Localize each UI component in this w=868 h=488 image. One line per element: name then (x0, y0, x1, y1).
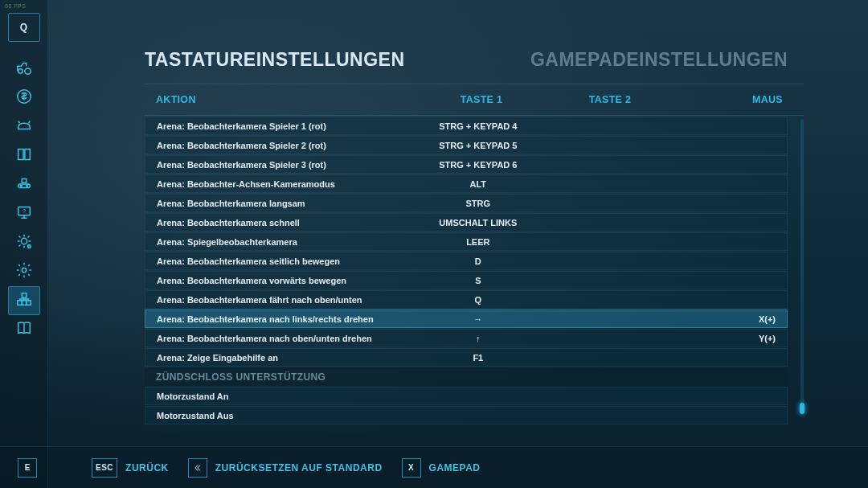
binding-key1[interactable]: STRG + KEYPAD 6 (411, 160, 546, 170)
binding-action: Arena: Beobachterkamera schnell (157, 218, 411, 228)
binding-action: Arena: Beobachterkamera vorwärts bewegen (157, 276, 411, 285)
esc-keycap: ESC (92, 458, 117, 478)
binding-key1[interactable]: STRG (411, 199, 546, 208)
binding-row[interactable]: Arena: SpiegelbeobachterkameraLEER (145, 232, 788, 251)
sidebar-next-key[interactable]: E (18, 458, 37, 478)
binding-action: Arena: Beobachterkamera langsam (157, 199, 411, 208)
manual-icon (15, 319, 33, 340)
binding-action: Motorzustand An (157, 392, 411, 401)
back-label: ZURÜCK (125, 462, 169, 474)
sidebar-item-garage-icon[interactable] (8, 228, 40, 257)
sidebar-item-money-icon[interactable] (8, 84, 40, 113)
binding-key1[interactable]: S (411, 276, 546, 285)
main-panel: TASTATUREINSTELLUNGEN GAMEPADEINSTELLUNG… (48, 0, 868, 446)
binding-action: Arena: Spiegelbeobachterkamera (157, 237, 411, 247)
svg-point-4 (20, 185, 22, 187)
binding-key1[interactable]: → (411, 314, 546, 324)
sidebar-item-conveyor-icon[interactable] (8, 170, 40, 199)
svg-point-0 (18, 69, 23, 74)
binding-row[interactable]: Arena: Beobachterkamera Spieler 2 (rot)S… (145, 136, 788, 154)
binding-row[interactable]: Arena: Beobachter-Achsen-KameramodusALT (145, 174, 788, 193)
binding-action: Arena: Beobachterkamera fährt nach oben/… (157, 295, 411, 305)
binding-key1[interactable]: LEER (411, 237, 546, 247)
reset-defaults-button[interactable]: ZURÜCKSETZEN AUF STANDARD (188, 458, 383, 478)
bindings-header: AKTION TASTE 1 TASTE 2 MAUS (145, 84, 804, 116)
sidebar: Q ? (0, 0, 48, 488)
binding-key1[interactable]: STRG + KEYPAD 5 (411, 141, 546, 150)
col-key1: TASTE 1 (413, 94, 550, 105)
binding-action: Motorzustand Aus (157, 411, 411, 420)
svg-rect-12 (22, 293, 27, 298)
reset-label: ZURÜCKSETZEN AUF STANDARD (215, 462, 383, 474)
binding-key1[interactable]: F1 (411, 353, 546, 363)
col-action: AKTION (156, 94, 413, 105)
sidebar-prev-key[interactable]: Q (8, 13, 40, 42)
binding-row[interactable]: Motorzustand An (145, 387, 788, 405)
sidebar-item-help-board-icon[interactable]: ? (8, 199, 40, 228)
svg-text:?: ? (22, 207, 25, 215)
sidebar-item-settings-icon[interactable] (8, 257, 40, 286)
svg-rect-13 (17, 301, 22, 306)
svg-rect-14 (22, 301, 27, 306)
book-icon (15, 146, 33, 166)
col-key2: TASTE 2 (550, 94, 670, 105)
binding-row[interactable]: Arena: Beobachterkamera Spieler 1 (rot)S… (145, 117, 788, 135)
x-keycap: X (402, 458, 421, 478)
binding-key1[interactable]: STRG + KEYPAD 4 (411, 121, 546, 131)
gamepad-button[interactable]: X GAMEPAD (402, 458, 481, 478)
binding-key1[interactable]: UMSCHALT LINKS (411, 218, 546, 228)
binding-key1[interactable]: ALT (411, 179, 546, 189)
bottom-bar: E ESC ZURÜCK ZURÜCKSETZEN AUF STANDARD X… (0, 446, 868, 488)
tab-keyboard[interactable]: TASTATUREINSTELLUNGEN (145, 35, 421, 84)
svg-point-11 (22, 268, 27, 273)
binding-action: Arena: Beobachterkamera nach links/recht… (157, 314, 411, 324)
binding-row[interactable]: Arena: Beobachterkamera seitlich bewegen… (145, 252, 788, 270)
garage-icon (15, 232, 33, 253)
binding-action: Arena: Beobachter-Achsen-Kameramodus (157, 179, 411, 189)
gamepad-label: GAMEPAD (429, 462, 481, 474)
binding-action: Arena: Zeige Eingabehilfe an (157, 353, 411, 363)
binding-row[interactable]: Arena: Beobachterkamera langsamSTRG (145, 194, 788, 212)
section-label: ZÜNDSCHLOSS UNTERSTÜTZUNG (156, 371, 413, 383)
scrollbar-thumb[interactable] (800, 403, 805, 414)
settings-icon (15, 261, 33, 282)
binding-key1[interactable]: D (411, 256, 546, 266)
back-button[interactable]: ESC ZURÜCK (92, 458, 169, 478)
svg-point-5 (26, 185, 27, 187)
binding-mouse[interactable]: Y(+) (665, 334, 776, 343)
binding-row[interactable]: Arena: Beobachterkamera nach oben/unten … (145, 329, 788, 347)
svg-point-1 (24, 68, 30, 74)
reset-keycap (188, 458, 207, 478)
binding-action: Arena: Beobachterkamera seitlich bewegen (157, 256, 411, 266)
binding-row[interactable]: Arena: Beobachterkamera schnellUMSCHALT … (145, 213, 788, 232)
binding-mouse[interactable]: X(+) (665, 314, 776, 324)
binding-key1[interactable]: ↑ (411, 334, 546, 343)
help-board-icon: ? (15, 203, 33, 224)
conveyor-icon (15, 174, 33, 195)
binding-row[interactable]: Arena: Beobachterkamera Spieler 3 (rot)S… (145, 155, 788, 174)
sidebar-item-vehicle-icon[interactable] (8, 55, 40, 84)
bindings-scroll-area: Arena: Beobachterkamera Spieler 1 (rot)S… (145, 116, 804, 417)
scrollbar[interactable] (800, 119, 804, 414)
tab-gamepad[interactable]: GAMEPADEINSTELLUNGEN (530, 35, 804, 84)
sidebar-item-input-map-icon[interactable] (8, 286, 40, 315)
binding-row[interactable]: Arena: Zeige Eingabehilfe anF1 (145, 348, 788, 367)
vehicle-icon (15, 59, 33, 80)
sidebar-item-animals-icon[interactable] (8, 113, 40, 141)
binding-row[interactable]: Arena: Beobachterkamera nach links/recht… (145, 310, 788, 328)
svg-rect-6 (22, 179, 27, 183)
section-header: ZÜNDSCHLOSS UNTERSTÜTZUNG (145, 367, 788, 386)
tabs: TASTATUREINSTELLUNGEN GAMEPADEINSTELLUNG… (145, 35, 804, 84)
animals-icon (15, 117, 33, 137)
sidebar-item-manual-icon[interactable] (8, 315, 40, 344)
svg-point-9 (21, 238, 27, 244)
binding-action: Arena: Beobachterkamera Spieler 2 (rot) (157, 141, 411, 150)
binding-row[interactable]: Motorzustand Aus (145, 406, 788, 424)
svg-point-10 (27, 245, 31, 248)
binding-action: Arena: Beobachterkamera nach oben/unten … (157, 334, 411, 343)
binding-row[interactable]: Arena: Beobachterkamera fährt nach oben/… (145, 290, 788, 309)
col-mouse: MAUS (670, 94, 783, 105)
binding-row[interactable]: Arena: Beobachterkamera vorwärts bewegen… (145, 271, 788, 289)
binding-key1[interactable]: Q (411, 295, 546, 305)
sidebar-item-book-icon[interactable] (8, 141, 40, 170)
